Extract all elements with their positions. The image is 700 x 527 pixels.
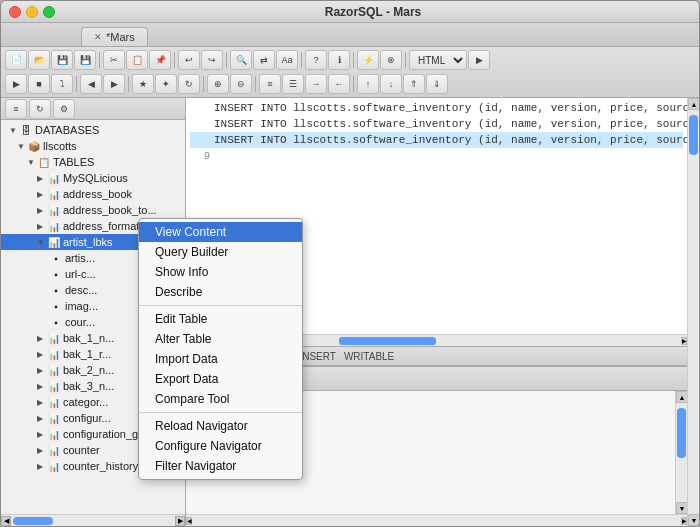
sidebar-scroll: ◀ ▶ (1, 514, 185, 526)
vscroll-down[interactable]: ▼ (676, 502, 687, 514)
cut-button[interactable]: ✂ (103, 50, 125, 70)
down-arrow-button[interactable]: ↓ (380, 74, 402, 94)
scroll-thumb (13, 517, 53, 525)
paste-button[interactable]: 📌 (149, 50, 171, 70)
maximize-button[interactable] (43, 6, 55, 18)
view-content-label: View Content (155, 225, 226, 239)
replace-button[interactable]: ⇄ (253, 50, 275, 70)
line-num-4: 9 (190, 151, 210, 162)
indent-button[interactable]: → (305, 74, 327, 94)
menu-item-configure-navigator[interactable]: Configure Navigator (139, 436, 302, 456)
redo-button[interactable]: ↪ (201, 50, 223, 70)
table-label2: address_book (63, 188, 132, 200)
up-arrow-button[interactable]: ↑ (357, 74, 379, 94)
prev-button[interactable]: ◀ (80, 74, 102, 94)
menu-item-compare-tool[interactable]: Compare Tool (139, 389, 302, 409)
save-button[interactable]: 💾 (51, 50, 73, 70)
disconnect-button[interactable]: ⊗ (380, 50, 402, 70)
step-button[interactable]: ⤵ (51, 74, 73, 94)
sep7 (76, 76, 77, 92)
next-button[interactable]: ▶ (103, 74, 125, 94)
run-button[interactable]: ▶ (5, 74, 27, 94)
sep10 (255, 76, 256, 92)
close-button[interactable] (9, 6, 21, 18)
menu-item-filter-navigator[interactable]: Filter Navigator (139, 456, 302, 476)
sidebar-collapse-button[interactable]: ≡ (5, 99, 27, 119)
menu-item-reload-navigator[interactable]: Reload Navigator (139, 416, 302, 436)
menu-item-describe[interactable]: Describe (139, 282, 302, 302)
editor-vscroll-up[interactable]: ▲ (688, 98, 699, 110)
editor-vscroll[interactable]: ▲ ▼ (687, 98, 699, 526)
editor-line-1: INSERT INTO llscotts.software_inventory … (190, 100, 683, 116)
menu-item-export-data[interactable]: Export Data (139, 369, 302, 389)
zoom-in-button[interactable]: ⊕ (207, 74, 229, 94)
status-mode: INSERT (299, 351, 336, 362)
sidebar-item-mysqlicious[interactable]: ▶ 📊 MySQLicious (1, 170, 185, 186)
sidebar-refresh-button[interactable]: ↻ (29, 99, 51, 119)
menu-item-show-info[interactable]: Show Info (139, 262, 302, 282)
undo-button[interactable]: ↩ (178, 50, 200, 70)
zoom-out-button[interactable]: ⊖ (230, 74, 252, 94)
info-button[interactable]: ℹ (328, 50, 350, 70)
table-icon7: 📊 (47, 363, 61, 377)
align-left-button[interactable]: ≡ (259, 74, 281, 94)
title-bar: RazorSQL - Mars (1, 1, 699, 23)
table-icon4: 📊 (47, 219, 61, 233)
tab-close-icon[interactable]: ✕ (94, 32, 102, 42)
col-icon1: ▪ (49, 251, 63, 265)
sidebar-item-address-book-to[interactable]: ▶ 📊 address_book_to... (1, 202, 185, 218)
artist-label: artist_lbks (63, 236, 113, 248)
save-all-button[interactable]: 💾 (74, 50, 96, 70)
table-icon10: 📊 (47, 411, 61, 425)
table-icon: 📊 (47, 171, 61, 185)
table-arrow3: ▶ (37, 206, 47, 215)
mars-tab[interactable]: ✕ *Mars (81, 27, 148, 46)
bookmark-button[interactable]: ★ (132, 74, 154, 94)
sidebar-config-button[interactable]: ⚙ (53, 99, 75, 119)
new-button[interactable]: 📄 (5, 50, 27, 70)
sidebar-item-address-book[interactable]: ▶ 📊 address_book (1, 186, 185, 202)
menu-item-query-builder[interactable]: Query Builder (139, 242, 302, 262)
configur-gro-arrow: ▶ (37, 430, 47, 439)
refresh-button[interactable]: ↻ (178, 74, 200, 94)
hscroll-thumb (339, 337, 437, 345)
configure-navigator-label: Configure Navigator (155, 439, 262, 453)
counter-arrow: ▶ (37, 446, 47, 455)
minimize-button[interactable] (26, 6, 38, 18)
hscroll-right[interactable]: ▶ (681, 337, 687, 345)
bak1n-arrow: ▶ (37, 334, 47, 343)
up-up-button[interactable]: ⇑ (403, 74, 425, 94)
align-center-button[interactable]: ☰ (282, 74, 304, 94)
connect-button[interactable]: ⚡ (357, 50, 379, 70)
scroll-left-button[interactable]: ◀ (1, 516, 11, 526)
table-label4: address_format (63, 220, 139, 232)
open-button[interactable]: 📂 (28, 50, 50, 70)
vscroll-up[interactable]: ▲ (676, 391, 687, 403)
line-text-1: INSERT INTO llscotts.software_inventory … (214, 102, 687, 114)
menu-item-edit-table[interactable]: Edit Table (139, 309, 302, 329)
scroll-track[interactable] (13, 517, 173, 525)
bottom-hscroll[interactable]: ◀ ▶ (186, 514, 687, 526)
help-button[interactable]: ? (305, 50, 327, 70)
bottom-vscroll[interactable]: ▲ ▼ (675, 391, 687, 514)
sidebar-item-llscotts[interactable]: ▼ 📦 llscotts (1, 138, 185, 154)
outdent-button[interactable]: ← (328, 74, 350, 94)
search-button[interactable]: 🔍 (230, 50, 252, 70)
stop-button[interactable]: ■ (28, 74, 50, 94)
menu-item-view-content[interactable]: View Content (139, 222, 302, 242)
editor-vscroll-down[interactable]: ▼ (688, 514, 699, 526)
menu-item-import-data[interactable]: Import Data (139, 349, 302, 369)
sidebar-item-databases[interactable]: ▼ 🗄 DATABASES (1, 122, 185, 138)
format-select[interactable]: HTML (409, 50, 467, 70)
sidebar-item-tables[interactable]: ▼ 📋 TABLES (1, 154, 185, 170)
sidebar-toolbar: ≡ ↻ ⚙ (1, 98, 185, 120)
format-go-button[interactable]: ▶ (468, 50, 490, 70)
down-down-button[interactable]: ⇓ (426, 74, 448, 94)
llscotts-label: llscotts (43, 140, 77, 152)
artist-icon: 📊 (47, 235, 61, 249)
menu-item-alter-table[interactable]: Alter Table (139, 329, 302, 349)
font-button[interactable]: Aa (276, 50, 298, 70)
add-bookmark-button[interactable]: ✦ (155, 74, 177, 94)
scroll-right-button[interactable]: ▶ (175, 516, 185, 526)
copy-button[interactable]: 📋 (126, 50, 148, 70)
